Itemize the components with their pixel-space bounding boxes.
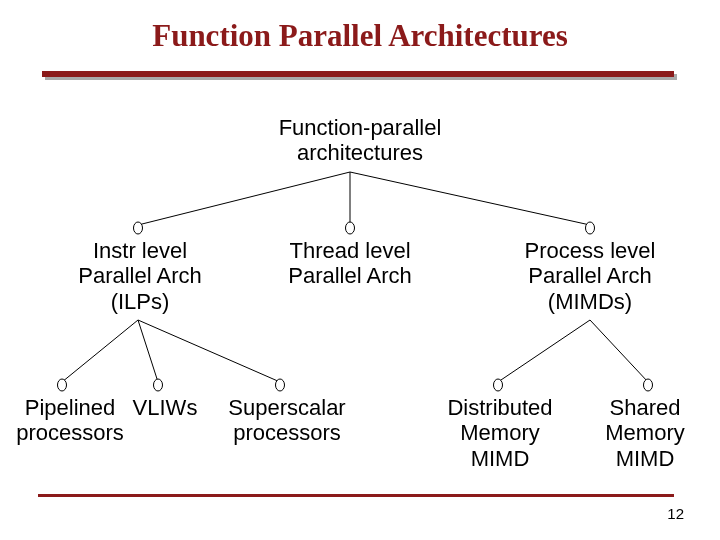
leaf-pipelined: Pipelined processors [0,395,140,446]
leaf-text: processors [0,420,140,445]
node-text: (ILPs) [40,289,240,314]
leaf-text: Shared [580,395,710,420]
node-thread-level: Thread level Parallel Arch [250,238,450,289]
leaf-text: MIMD [580,446,710,471]
leaf-text: Superscalar [207,395,367,420]
leaf-text: Pipelined [0,395,140,420]
node-process-level: Process level Parallel Arch (MIMDs) [490,238,690,314]
svg-point-10 [154,379,163,391]
node-text: Instr level [40,238,240,263]
leaf-distributed-mimd: Distributed Memory MIMD [430,395,570,471]
slide-title: Function Parallel Architectures [0,0,720,54]
node-text: (MIMDs) [490,289,690,314]
node-text: Parallel Arch [40,263,240,288]
svg-line-12 [498,320,590,382]
page-number: 12 [667,505,684,522]
root-line2: architectures [0,140,720,165]
leaf-shared-mimd: Shared Memory MIMD [580,395,710,471]
svg-line-8 [138,320,280,382]
leaf-text: VLIWs [120,395,210,420]
svg-point-3 [134,222,143,234]
svg-point-9 [58,379,67,391]
node-text: Parallel Arch [250,263,450,288]
svg-line-13 [590,320,648,382]
svg-line-2 [350,172,590,225]
node-instr-level: Instr level Parallel Arch (ILPs) [40,238,240,314]
node-text: Process level [490,238,690,263]
svg-point-5 [586,222,595,234]
svg-point-11 [276,379,285,391]
svg-point-4 [346,222,355,234]
footer-rule [38,494,674,497]
leaf-text: MIMD [430,446,570,471]
title-underline [42,71,674,77]
svg-line-7 [138,320,158,382]
svg-line-6 [62,320,138,382]
root-line1: Function-parallel [0,115,720,140]
leaf-superscalar: Superscalar processors [207,395,367,446]
tree-root: Function-parallel architectures [0,115,720,166]
svg-line-0 [138,172,350,225]
node-text: Parallel Arch [490,263,690,288]
svg-point-15 [644,379,653,391]
svg-point-14 [494,379,503,391]
leaf-text: processors [207,420,367,445]
node-text: Thread level [250,238,450,263]
leaf-text: Memory [430,420,570,445]
leaf-text: Memory [580,420,710,445]
leaf-vliws: VLIWs [120,395,210,420]
leaf-text: Distributed [430,395,570,420]
